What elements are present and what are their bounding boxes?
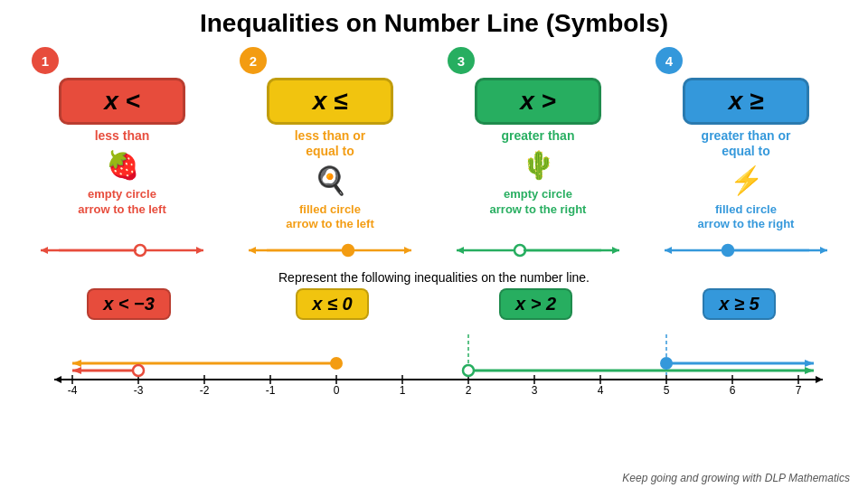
nl-2 (231, 239, 429, 261)
svg-text:5: 5 (664, 384, 670, 397)
top-number-lines (0, 239, 868, 261)
symbol-box-2: x ≤ (267, 78, 393, 125)
svg-text:1: 1 (400, 384, 406, 397)
svg-point-49 (331, 358, 342, 369)
circle-note-2: filled circlearrow to the left (286, 202, 374, 233)
svg-text:7: 7 (796, 384, 802, 397)
nl-3 (439, 239, 637, 261)
bottom-box-4: x ≥ 5 (703, 288, 775, 320)
nl-svg-4 (656, 239, 836, 261)
svg-text:2: 2 (466, 384, 472, 397)
svg-text:6: 6 (730, 384, 736, 397)
main-number-line-container: -4 -3 -2 -1 0 1 2 3 4 (27, 325, 841, 401)
block-less-than: 1 x < less than 🍓 empty circlearrow to t… (23, 47, 222, 232)
svg-text:-2: -2 (200, 384, 210, 397)
emoji-4: ⚡ (730, 163, 763, 199)
svg-text:-4: -4 (68, 384, 78, 397)
label-2: less than orequal to (295, 128, 366, 159)
svg-marker-2 (196, 247, 203, 254)
emoji-1: 🍓 (106, 147, 139, 183)
svg-marker-7 (404, 247, 411, 254)
top-section: 1 x < less than 🍓 empty circlearrow to t… (0, 47, 868, 232)
bottom-boxes-row: x < −3 x ≤ 0 x > 2 x ≥ 5 (27, 288, 841, 320)
svg-marker-51 (72, 367, 81, 374)
symbol-2: x ≤ (313, 87, 348, 116)
svg-text:3: 3 (532, 384, 538, 397)
circle-note-4: filled circlearrow to the right (698, 202, 795, 233)
bottom-box-2: x ≤ 0 (296, 288, 368, 320)
nl-svg-2 (240, 239, 420, 261)
main-number-line-svg: -4 -3 -2 -1 0 1 2 3 4 (27, 325, 841, 398)
block-gte: 4 x ≥ greater than orequal to ⚡ filled c… (646, 47, 845, 232)
svg-marker-17 (820, 247, 827, 254)
symbol-3: x > (520, 87, 556, 116)
bottom-box-3: x > 2 (499, 288, 572, 320)
svg-marker-48 (72, 360, 81, 367)
bottom-box-1: x < −3 (87, 288, 171, 320)
bottom-instruction: Represent the following inequalities on … (0, 270, 868, 285)
svg-text:-3: -3 (134, 384, 144, 397)
nl-4 (646, 239, 845, 261)
badge-4: 4 (656, 47, 683, 74)
label-4: greater than orequal to (702, 128, 791, 159)
svg-marker-21 (816, 376, 823, 383)
nl-svg-1 (32, 239, 212, 261)
svg-marker-6 (249, 247, 256, 254)
label-3: greater than (502, 128, 575, 144)
badge-1: 1 (32, 47, 59, 74)
badge-3: 3 (448, 47, 475, 74)
symbol-box-1: x < (59, 78, 185, 125)
svg-marker-11 (457, 247, 464, 254)
svg-point-52 (133, 365, 144, 376)
svg-marker-12 (612, 247, 619, 254)
svg-text:-1: -1 (266, 384, 276, 397)
nl-svg-3 (448, 239, 628, 261)
svg-text:4: 4 (598, 384, 604, 397)
circle-note-1: empty circlearrow to the left (78, 187, 166, 218)
svg-point-60 (661, 358, 672, 369)
emoji-3: 🌵 (522, 147, 555, 183)
block-lte: 2 x ≤ less than orequal to 🍳 filled circ… (231, 47, 429, 232)
emoji-2: 🍳 (314, 163, 347, 199)
symbol-4: x ≥ (729, 87, 764, 116)
svg-marker-22 (54, 376, 61, 383)
circle-note-3: empty circlearrow to the right (490, 187, 587, 218)
block-greater-than: 3 x > greater than 🌵 empty circlearrow t… (439, 47, 637, 232)
badge-2: 2 (240, 47, 267, 74)
label-1: less than (95, 128, 150, 144)
symbol-box-4: x ≥ (683, 78, 809, 125)
svg-text:0: 0 (334, 384, 340, 397)
svg-marker-55 (805, 367, 814, 374)
page-title: Inequalities on Number Line (Symbols) (0, 0, 868, 43)
svg-point-56 (463, 365, 474, 376)
svg-marker-16 (665, 247, 672, 254)
nl-1 (23, 239, 222, 261)
watermark: Keep going and growing with DLP Mathemat… (622, 472, 850, 484)
symbol-box-3: x > (475, 78, 601, 125)
svg-marker-1 (41, 247, 48, 254)
symbol-1: x < (104, 87, 140, 116)
svg-marker-59 (805, 360, 814, 367)
bottom-section: x < −3 x ≤ 0 x > 2 x ≥ 5 -4 -3 (0, 288, 868, 401)
